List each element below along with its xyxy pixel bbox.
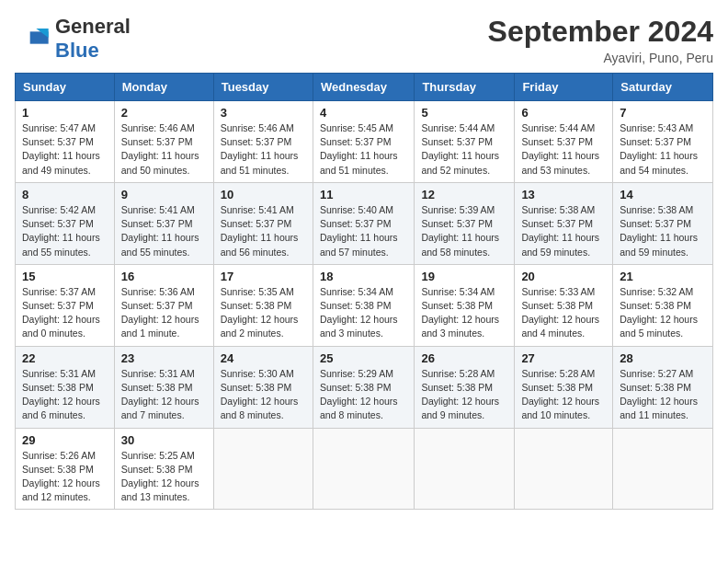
calendar-cell bbox=[613, 428, 713, 510]
weekday-header: Tuesday bbox=[213, 74, 313, 101]
day-number: 27 bbox=[521, 351, 606, 365]
day-info: Sunrise: 5:45 AMSunset: 5:37 PMDaylight:… bbox=[320, 121, 407, 178]
calendar-cell: 17Sunrise: 5:35 AMSunset: 5:38 PMDayligh… bbox=[213, 264, 313, 346]
weekday-header: Friday bbox=[515, 74, 613, 101]
calendar-cell: 10Sunrise: 5:41 AMSunset: 5:37 PMDayligh… bbox=[213, 182, 313, 264]
day-info: Sunrise: 5:37 AMSunset: 5:37 PMDaylight:… bbox=[22, 285, 108, 341]
day-info: Sunrise: 5:33 AMSunset: 5:38 PMDaylight:… bbox=[521, 285, 606, 341]
day-info: Sunrise: 5:47 AMSunset: 5:37 PMDaylight:… bbox=[22, 121, 108, 178]
day-info: Sunrise: 5:34 AMSunset: 5:38 PMDaylight:… bbox=[320, 285, 407, 341]
day-info: Sunrise: 5:41 AMSunset: 5:37 PMDaylight:… bbox=[221, 203, 306, 259]
day-number: 16 bbox=[121, 270, 207, 283]
day-info: Sunrise: 5:40 AMSunset: 5:37 PMDaylight:… bbox=[320, 203, 407, 259]
calendar-cell: 1Sunrise: 5:47 AMSunset: 5:37 PMDaylight… bbox=[16, 101, 115, 183]
calendar-cell: 15Sunrise: 5:37 AMSunset: 5:37 PMDayligh… bbox=[16, 264, 115, 346]
calendar-header: SundayMondayTuesdayWednesdayThursdayFrid… bbox=[16, 74, 713, 101]
weekday-header: Thursday bbox=[415, 74, 515, 101]
calendar-cell: 25Sunrise: 5:29 AMSunset: 5:38 PMDayligh… bbox=[313, 346, 414, 428]
day-number: 2 bbox=[121, 106, 207, 120]
logo-area: General Blue bbox=[15, 15, 131, 63]
day-number: 28 bbox=[620, 351, 706, 365]
calendar-cell: 21Sunrise: 5:32 AMSunset: 5:38 PMDayligh… bbox=[613, 264, 713, 346]
calendar-table: SundayMondayTuesdayWednesdayThursdayFrid… bbox=[15, 73, 713, 510]
day-info: Sunrise: 5:34 AMSunset: 5:38 PMDaylight:… bbox=[421, 285, 507, 341]
month-title: September 2024 bbox=[488, 15, 713, 49]
day-info: Sunrise: 5:36 AMSunset: 5:37 PMDaylight:… bbox=[121, 285, 207, 341]
calendar-cell bbox=[515, 428, 613, 510]
day-number: 11 bbox=[320, 188, 407, 201]
calendar-cell: 9Sunrise: 5:41 AMSunset: 5:37 PMDaylight… bbox=[114, 182, 213, 264]
day-number: 20 bbox=[521, 270, 606, 283]
day-number: 4 bbox=[320, 106, 407, 120]
calendar-week-row: 22Sunrise: 5:31 AMSunset: 5:38 PMDayligh… bbox=[16, 346, 713, 428]
day-number: 29 bbox=[22, 433, 108, 447]
day-info: Sunrise: 5:29 AMSunset: 5:38 PMDaylight:… bbox=[320, 367, 407, 423]
logo-text: General Blue bbox=[55, 15, 131, 63]
calendar-cell: 13Sunrise: 5:38 AMSunset: 5:37 PMDayligh… bbox=[515, 182, 613, 264]
day-info: Sunrise: 5:28 AMSunset: 5:38 PMDaylight:… bbox=[421, 367, 507, 423]
calendar-cell: 19Sunrise: 5:34 AMSunset: 5:38 PMDayligh… bbox=[415, 264, 515, 346]
day-info: Sunrise: 5:44 AMSunset: 5:37 PMDaylight:… bbox=[521, 121, 606, 178]
calendar-cell: 26Sunrise: 5:28 AMSunset: 5:38 PMDayligh… bbox=[415, 346, 515, 428]
day-number: 15 bbox=[22, 270, 108, 283]
day-number: 7 bbox=[620, 106, 706, 120]
calendar-week-row: 8Sunrise: 5:42 AMSunset: 5:37 PMDaylight… bbox=[16, 182, 713, 264]
day-info: Sunrise: 5:39 AMSunset: 5:37 PMDaylight:… bbox=[421, 203, 507, 259]
calendar-body: 1Sunrise: 5:47 AMSunset: 5:37 PMDaylight… bbox=[16, 101, 713, 510]
day-info: Sunrise: 5:38 AMSunset: 5:37 PMDaylight:… bbox=[620, 203, 706, 259]
day-number: 12 bbox=[421, 188, 507, 201]
calendar-cell: 29Sunrise: 5:26 AMSunset: 5:38 PMDayligh… bbox=[16, 428, 115, 510]
calendar-cell: 5Sunrise: 5:44 AMSunset: 5:37 PMDaylight… bbox=[415, 101, 515, 183]
calendar-cell: 6Sunrise: 5:44 AMSunset: 5:37 PMDaylight… bbox=[515, 101, 613, 183]
logo-icon bbox=[15, 29, 51, 47]
calendar-week-row: 1Sunrise: 5:47 AMSunset: 5:37 PMDaylight… bbox=[16, 101, 713, 183]
day-info: Sunrise: 5:35 AMSunset: 5:38 PMDaylight:… bbox=[221, 285, 306, 341]
day-info: Sunrise: 5:31 AMSunset: 5:38 PMDaylight:… bbox=[22, 367, 108, 423]
day-info: Sunrise: 5:31 AMSunset: 5:38 PMDaylight:… bbox=[121, 367, 207, 423]
logo-row: General Blue bbox=[15, 15, 131, 63]
day-number: 30 bbox=[121, 433, 207, 447]
day-number: 10 bbox=[221, 188, 306, 201]
weekday-header: Monday bbox=[114, 74, 213, 101]
calendar-cell: 24Sunrise: 5:30 AMSunset: 5:38 PMDayligh… bbox=[213, 346, 313, 428]
day-number: 9 bbox=[121, 188, 207, 201]
title-area: September 2024 Ayaviri, Puno, Peru bbox=[488, 15, 713, 65]
day-number: 14 bbox=[620, 188, 706, 201]
day-number: 17 bbox=[221, 270, 306, 283]
calendar-cell: 2Sunrise: 5:46 AMSunset: 5:37 PMDaylight… bbox=[114, 101, 213, 183]
day-info: Sunrise: 5:25 AMSunset: 5:38 PMDaylight:… bbox=[121, 449, 207, 505]
day-number: 24 bbox=[221, 351, 306, 365]
calendar-week-row: 15Sunrise: 5:37 AMSunset: 5:37 PMDayligh… bbox=[16, 264, 713, 346]
day-info: Sunrise: 5:28 AMSunset: 5:38 PMDaylight:… bbox=[521, 367, 606, 423]
page-container: General Blue September 2024 Ayaviri, Pun… bbox=[15, 15, 713, 510]
day-number: 19 bbox=[421, 270, 507, 283]
day-info: Sunrise: 5:38 AMSunset: 5:37 PMDaylight:… bbox=[521, 203, 606, 259]
weekday-header: Saturday bbox=[613, 74, 713, 101]
day-number: 21 bbox=[620, 270, 706, 283]
calendar-cell: 20Sunrise: 5:33 AMSunset: 5:38 PMDayligh… bbox=[515, 264, 613, 346]
day-number: 8 bbox=[22, 188, 108, 201]
day-number: 1 bbox=[22, 106, 108, 120]
header-row: SundayMondayTuesdayWednesdayThursdayFrid… bbox=[16, 74, 713, 101]
calendar-cell bbox=[213, 428, 313, 510]
calendar-cell: 4Sunrise: 5:45 AMSunset: 5:37 PMDaylight… bbox=[313, 101, 414, 183]
day-info: Sunrise: 5:26 AMSunset: 5:38 PMDaylight:… bbox=[22, 449, 108, 505]
day-number: 6 bbox=[521, 106, 606, 120]
day-number: 23 bbox=[121, 351, 207, 365]
header: General Blue September 2024 Ayaviri, Pun… bbox=[15, 15, 713, 65]
day-info: Sunrise: 5:46 AMSunset: 5:37 PMDaylight:… bbox=[221, 121, 306, 178]
day-number: 18 bbox=[320, 270, 407, 283]
day-info: Sunrise: 5:44 AMSunset: 5:37 PMDaylight:… bbox=[421, 121, 507, 178]
day-number: 5 bbox=[421, 106, 507, 120]
calendar-week-row: 29Sunrise: 5:26 AMSunset: 5:38 PMDayligh… bbox=[16, 428, 713, 510]
day-number: 3 bbox=[221, 106, 306, 120]
weekday-header: Sunday bbox=[16, 74, 115, 101]
calendar-cell: 22Sunrise: 5:31 AMSunset: 5:38 PMDayligh… bbox=[16, 346, 115, 428]
day-info: Sunrise: 5:27 AMSunset: 5:38 PMDaylight:… bbox=[620, 367, 706, 423]
calendar-cell: 16Sunrise: 5:36 AMSunset: 5:37 PMDayligh… bbox=[114, 264, 213, 346]
calendar-cell: 11Sunrise: 5:40 AMSunset: 5:37 PMDayligh… bbox=[313, 182, 414, 264]
calendar-cell bbox=[313, 428, 414, 510]
day-info: Sunrise: 5:41 AMSunset: 5:37 PMDaylight:… bbox=[121, 203, 207, 259]
day-number: 22 bbox=[22, 351, 108, 365]
calendar-cell: 7Sunrise: 5:43 AMSunset: 5:37 PMDaylight… bbox=[613, 101, 713, 183]
